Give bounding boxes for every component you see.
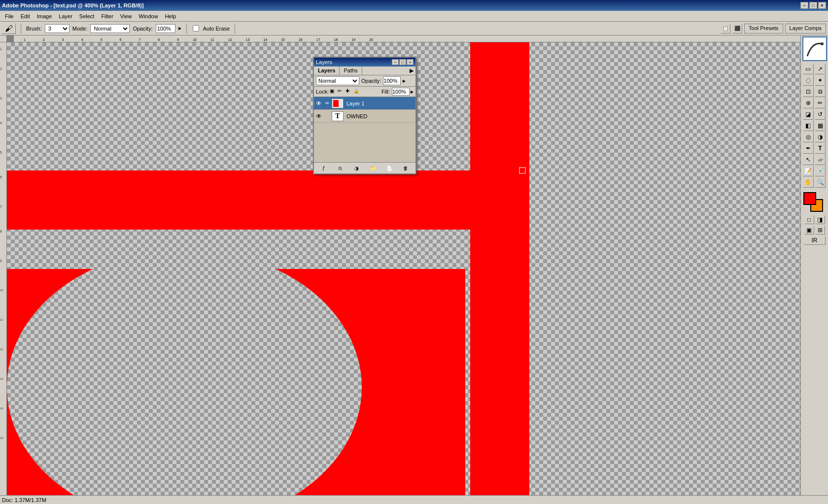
slice-tool[interactable]: ⧉ (815, 86, 826, 97)
jump-icons: IR (804, 236, 826, 245)
mode-label: Mode: (72, 26, 88, 32)
new-fill-layer-btn[interactable]: ◑ (352, 164, 361, 172)
opacity-input[interactable]: 100% (156, 24, 175, 33)
layer-row-owned[interactable]: 👁 T OWNED (314, 110, 415, 123)
lasso-tool[interactable]: ◌ (803, 75, 814, 86)
tool-presets-btn[interactable]: Tool Presets (744, 24, 783, 34)
layers-opacity-input[interactable]: 100% (383, 76, 401, 85)
menu-filter[interactable]: Filter (98, 12, 116, 20)
lock-image-btn[interactable]: ✏ (338, 88, 345, 95)
lock-transparent-btn[interactable]: ▣ (330, 88, 337, 95)
owned-layer-name: OWNED (345, 113, 414, 119)
brush-tool-icon[interactable]: 🖌 (2, 23, 16, 34)
red-shape-top-bar (7, 170, 529, 230)
blur-tool[interactable]: ◎ (803, 132, 814, 142)
brush-preview (802, 36, 827, 61)
standard-mode-btn[interactable]: □ (804, 215, 814, 224)
layers-body: 👁 ✏ Layer 1 👁 T OWNED (314, 97, 415, 162)
owned-brush-icon (324, 113, 331, 120)
lock-all-btn[interactable]: 🔒 (353, 88, 360, 95)
move-tool[interactable]: ↗ (815, 64, 826, 74)
layers-close-btn[interactable]: × (407, 59, 414, 65)
cursor-indicator (519, 168, 525, 173)
brush-tool-btn[interactable]: ✏ (815, 98, 826, 108)
auto-erase-checkbox[interactable] (193, 25, 199, 32)
screen-mode-btn[interactable]: ▣ (804, 226, 814, 235)
shape-tool[interactable]: ▱ (815, 154, 826, 165)
type-tool[interactable]: T (815, 143, 826, 154)
dodge-tool[interactable]: ◑ (815, 132, 826, 142)
menu-select[interactable]: Select (76, 12, 98, 20)
ruler-left: 1 2 3 4 5 6 7 8 9 10 11 12 13 14 15 (0, 35, 7, 495)
app-close-btn[interactable]: × (818, 2, 826, 9)
menu-bar: File Edit Image Layer Select Filter View… (0, 11, 828, 22)
pen-tool[interactable]: ✒ (803, 143, 814, 154)
jump-to-ir-btn[interactable]: IR (804, 236, 826, 245)
layer-comps-btn[interactable]: Layer Comps (785, 24, 826, 34)
screen-mode-icons: ▣ ⊞ (804, 226, 825, 235)
layers-options: NormalDissolveMultiply Opacity: 100% ▶ (314, 75, 415, 87)
hand-tool[interactable]: ✋ (803, 177, 814, 188)
add-layer-style-btn[interactable]: ƒ (319, 164, 328, 172)
layers-tabs: Layers Paths ▶ (314, 67, 415, 75)
layers-panel-title: Layers (316, 59, 332, 65)
blend-mode-select[interactable]: NormalDissolveMultiply (316, 76, 359, 85)
lock-label: Lock: (316, 89, 329, 95)
layers-opacity-arrow[interactable]: ▶ (403, 79, 406, 83)
add-mask-btn[interactable]: ⊙ (336, 164, 345, 172)
opacity-label: Opacity: (361, 78, 381, 84)
quick-mask-btn[interactable]: ◨ (815, 215, 825, 224)
path-selection-tool[interactable]: ↖ (803, 154, 814, 165)
lock-position-btn[interactable]: ✚ (345, 88, 352, 95)
menu-help[interactable]: Help (162, 12, 179, 20)
mode-select[interactable]: NormalDissolveMultiply (90, 24, 130, 33)
tab-paths[interactable]: Paths (340, 67, 362, 75)
layers-minimize-btn[interactable]: − (392, 59, 399, 65)
fill-label: Fill: (381, 89, 390, 95)
tab-layers[interactable]: Layers (314, 67, 340, 75)
layer1-visibility-btn[interactable]: 👁 (315, 100, 323, 107)
menu-image[interactable]: Image (34, 12, 55, 20)
crop-tool[interactable]: ⊡ (803, 86, 814, 97)
gradient-tool[interactable]: ▦ (815, 120, 826, 131)
delete-layer-btn[interactable]: 🗑 (401, 164, 410, 172)
red-shape-right-bar (470, 42, 529, 495)
fullscreen-btn[interactable]: ⊞ (815, 226, 825, 235)
layers-lock-row: Lock: ▣ ✏ ✚ 🔒 Fill: 100% ▶ (314, 87, 415, 97)
layers-panel-menu-btn[interactable]: ▶ (408, 67, 415, 75)
new-layer-btn[interactable]: 📄 (385, 164, 394, 172)
owned-thumbnail: T (332, 111, 344, 121)
layers-maximize-btn[interactable]: □ (399, 59, 406, 65)
layers-title-bar: Layers − □ × (314, 58, 415, 67)
layers-fill-input[interactable]: 100% (392, 88, 410, 96)
clone-stamp-tool[interactable]: ◪ (803, 109, 814, 120)
ruler-top: 1 2 3 4 5 6 7 8 9 10 11 12 13 14 15 16 1… (14, 35, 800, 42)
app-maximize-btn[interactable]: □ (809, 2, 817, 9)
opacity-arrow-btn[interactable]: ▶ (178, 26, 181, 31)
history-brush-tool[interactable]: ↺ (815, 109, 826, 120)
layer-row-layer1[interactable]: 👁 ✏ Layer 1 (314, 97, 415, 110)
magic-wand-tool[interactable]: ✦ (815, 75, 826, 86)
app-minimize-btn[interactable]: − (800, 2, 808, 9)
menu-edit[interactable]: Edit (18, 12, 33, 20)
menu-view[interactable]: View (117, 12, 135, 20)
toolbar-divider-1 (21, 24, 21, 34)
menu-window[interactable]: Window (136, 12, 161, 20)
eraser-tool[interactable]: ◧ (803, 120, 814, 131)
rectangular-marquee-tool[interactable]: ▭ (803, 64, 814, 74)
menu-file[interactable]: File (2, 12, 17, 20)
owned-visibility-btn[interactable]: 👁 (315, 112, 323, 120)
fill-arrow[interactable]: ▶ (411, 90, 414, 94)
new-layer-group-btn[interactable]: 📁 (369, 164, 378, 172)
notes-tool[interactable]: 📝 (803, 166, 814, 176)
zoom-tool[interactable]: 🔍 (815, 177, 826, 188)
healing-brush-tool[interactable]: ⊕ (803, 98, 814, 108)
eyedropper-tool[interactable]: 💉 (815, 166, 826, 176)
tool-presets-icon[interactable]: 📋 (721, 24, 730, 34)
foreground-color-swatch[interactable] (803, 192, 816, 205)
menu-layer[interactable]: Layer (56, 12, 75, 20)
layer1-thumbnail (332, 99, 344, 108)
layer-comps-icon[interactable]: ⬛ (732, 24, 742, 34)
layers-panel: Layers − □ × Layers Paths ▶ NormalDissol… (313, 57, 416, 174)
brush-preset-select[interactable]: 3510 (45, 24, 69, 33)
